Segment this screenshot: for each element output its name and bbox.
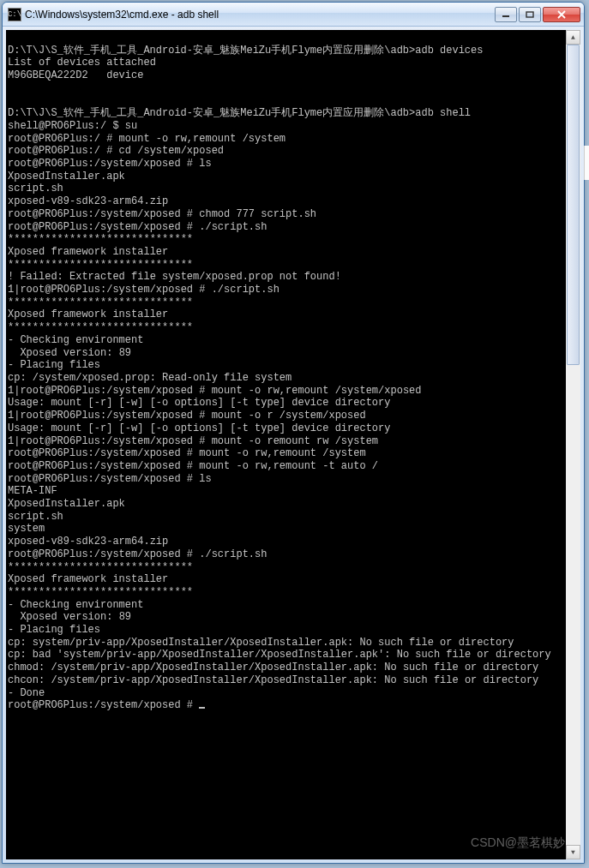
terminal-line: chcon: /system/priv-app/XposedInstaller/… [8, 674, 563, 687]
terminal-line: xposed-v89-sdk23-arm64.zip [8, 195, 563, 208]
terminal-line: Xposed framework installer [8, 308, 563, 321]
app-icon: C:\ [8, 8, 21, 21]
terminal-line: XposedInstaller.apk [8, 171, 563, 183]
cmd-window: C:\ C:\Windows\system32\cmd.exe - adb sh… [2, 2, 585, 864]
terminal-line: 1|root@PRO6Plus:/system/xposed # mount -… [8, 410, 563, 422]
scroll-track[interactable] [566, 45, 580, 845]
terminal-line: system [8, 523, 563, 536]
terminal-line: ****************************** [8, 561, 563, 574]
terminal-line: Xposed framework installer [8, 573, 563, 586]
svg-rect-1 [526, 12, 533, 17]
terminal-line: root@PRO6Plus:/system/xposed # ./script.… [8, 548, 563, 561]
scroll-thumb[interactable] [567, 45, 580, 365]
cursor [199, 707, 205, 709]
terminal-line: root@PRO6Plus:/ # cd /system/xposed [8, 145, 563, 158]
terminal-line [8, 82, 563, 95]
terminal-line: - Checking environment [8, 599, 563, 612]
terminal-line: root@PRO6Plus:/system/xposed # chmod 777… [8, 208, 563, 221]
terminal-line: Usage: mount [-r] [-w] [-o options] [-t … [8, 422, 563, 435]
terminal-line: - Placing files [8, 359, 563, 372]
window-title: C:\Windows\system32\cmd.exe - adb shell [25, 9, 493, 21]
close-button[interactable] [543, 7, 580, 22]
terminal-line: Xposed version: 89 [8, 347, 563, 360]
terminal-line: 1|root@PRO6Plus:/system/xposed # mount -… [8, 435, 563, 448]
terminal-line: cp: bad 'system/priv-app/XposedInstaller… [8, 649, 563, 661]
terminal-line [8, 32, 563, 45]
terminal-line: Usage: mount [-r] [-w] [-o options] [-t … [8, 397, 563, 410]
terminal-line: List of devices attached [8, 57, 563, 69]
terminal-line: - Placing files [8, 624, 563, 637]
client-area: D:\T\J\S_软件_手机_工具_Android-安卓_魅族MeiZu手机Fl… [6, 30, 580, 859]
svg-rect-0 [502, 15, 509, 17]
terminal-line: ****************************** [8, 296, 563, 309]
terminal-output[interactable]: D:\T\J\S_软件_手机_工具_Android-安卓_魅族MeiZu手机Fl… [6, 30, 565, 859]
terminal-line: root@PRO6Plus:/ # mount -o rw,remount /s… [8, 133, 563, 146]
terminal-line: cp: system/priv-app/XposedInstaller/Xpos… [8, 637, 563, 650]
terminal-line: D:\T\J\S_软件_手机_工具_Android-安卓_魅族MeiZu手机Fl… [8, 107, 563, 120]
terminal-line: ****************************** [8, 321, 563, 334]
terminal-line: script.sh [8, 183, 563, 195]
terminal-line: ****************************** [8, 233, 563, 246]
window-controls [493, 7, 580, 22]
terminal-line: - Checking environment [8, 334, 563, 347]
terminal-line: ****************************** [8, 259, 563, 272]
terminal-line: META-INF [8, 485, 563, 498]
terminal-line: - Done [8, 687, 563, 700]
terminal-line: root@PRO6Plus:/system/xposed # mount -o … [8, 447, 563, 460]
terminal-line: cp: /system/xposed.prop: Read-only file … [8, 372, 563, 385]
terminal-line: script.sh [8, 511, 563, 524]
scroll-down-button[interactable]: ▼ [566, 845, 580, 859]
terminal-line: 1|root@PRO6Plus:/system/xposed # ./scrip… [8, 284, 563, 296]
terminal-line: xposed-v89-sdk23-arm64.zip [8, 536, 563, 548]
terminal-line: root@PRO6Plus:/system/xposed # mount -o … [8, 460, 563, 473]
minimize-button[interactable] [495, 7, 517, 22]
titlebar[interactable]: C:\ C:\Windows\system32\cmd.exe - adb sh… [3, 3, 584, 27]
terminal-line: root@PRO6Plus:/system/xposed # ./script.… [8, 221, 563, 234]
terminal-line: chmod: /system/priv-app/XposedInstaller/… [8, 661, 563, 674]
maximize-button[interactable] [519, 7, 541, 22]
terminal-line: ****************************** [8, 586, 563, 599]
terminal-line: M96GBEQA222D2 device [8, 69, 563, 82]
terminal-line: shell@PRO6Plus:/ $ su [8, 120, 563, 133]
terminal-line: Xposed framework installer [8, 246, 563, 259]
terminal-line: root@PRO6Plus:/system/xposed # ls [8, 158, 563, 171]
terminal-line [8, 95, 563, 108]
terminal-line: Xposed version: 89 [8, 611, 563, 624]
terminal-line: D:\T\J\S_软件_手机_工具_Android-安卓_魅族MeiZu手机Fl… [8, 45, 563, 57]
terminal-line: ! Failed: Extracted file system/xposed.p… [8, 271, 563, 284]
vertical-scrollbar[interactable]: ▲ ▼ [566, 30, 580, 859]
terminal-line: root@PRO6Plus:/system/xposed # ls [8, 473, 563, 486]
scroll-up-button[interactable]: ▲ [566, 30, 580, 45]
terminal-line: XposedInstaller.apk [8, 498, 563, 511]
terminal-prompt[interactable]: root@PRO6Plus:/system/xposed # [8, 699, 563, 712]
adjacent-window-edge [584, 146, 589, 180]
terminal-line: 1|root@PRO6Plus:/system/xposed # mount -… [8, 385, 563, 398]
